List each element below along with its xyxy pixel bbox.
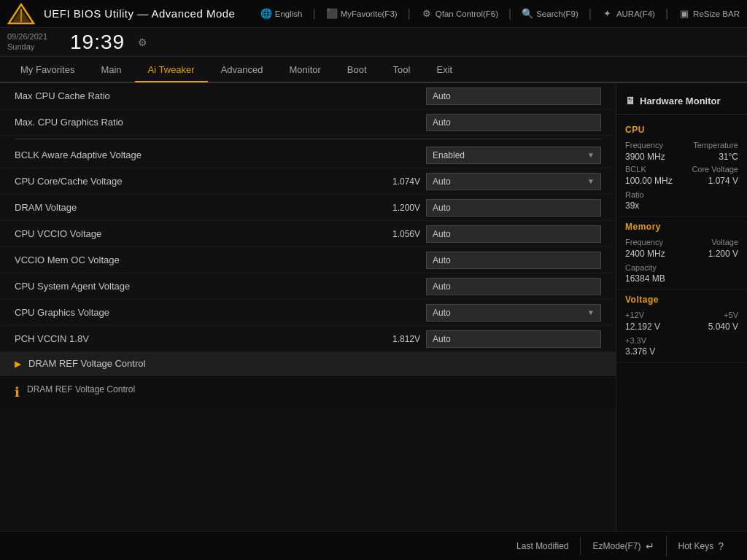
clock-display: 19:39 — [70, 31, 125, 54]
cpu-core-voltage-label: Core Voltage — [692, 165, 738, 174]
ez-mode-arrow-icon: ↵ — [646, 540, 654, 552]
cpu-graphics-voltage-dropdown[interactable]: Auto ▼ — [426, 304, 601, 322]
mem-capacity-label: Capacity — [625, 263, 657, 272]
voltage-stats: +12V +5V 12.192 V 5.040 V +3.3V 3.376 V — [616, 308, 747, 363]
max-cpu-graphics-ratio-input[interactable]: Auto — [426, 114, 601, 131]
ez-mode-btn[interactable]: EzMode(F7) ↵ — [581, 536, 666, 556]
voltage-12v-value-row: 12.192 V 5.040 V — [625, 321, 738, 332]
cpu-section-title: CPU — [616, 120, 747, 138]
navigation-bar: My Favorites Main Ai Tweaker Advanced Mo… — [0, 57, 747, 83]
pch-vccin-1-8v-control[interactable]: Auto — [426, 330, 601, 348]
mem-frequency-value-row: 2400 MHz 1.200 V — [625, 248, 738, 259]
aura-btn[interactable]: ✦ AURA(F4) — [602, 8, 655, 20]
hardware-monitor-sidebar: 🖥 Hardware Monitor CPU Frequency Tempera… — [616, 83, 747, 531]
info-text: DRAM REF Voltage Control — [27, 383, 135, 396]
max-cpu-cache-ratio-control[interactable]: Auto — [426, 88, 601, 105]
cpu-vccio-voltage-input[interactable]: Auto — [426, 225, 601, 243]
max-cpu-cache-ratio-label: Max CPU Cache Ratio — [15, 90, 426, 101]
cpu-stats: Frequency Temperature 3900 MHz 31°C BCLK… — [616, 138, 747, 217]
resize-bar-btn[interactable]: ▣ ReSize BAR — [678, 8, 740, 20]
dropdown-arrow-icon2: ▼ — [587, 177, 595, 185]
setting-cpu-core-cache-voltage: CPU Core/Cache Voltage 1.074V Auto ▼ — [0, 168, 616, 195]
vccio-mem-oc-voltage-input[interactable]: Auto — [426, 252, 601, 269]
setting-bclk-aware: BCLK Aware Adaptive Voltage Enabled ▼ — [0, 142, 616, 168]
last-modified-label: Last Modified — [516, 541, 568, 551]
favorite-icon: ⬛ — [326, 8, 338, 20]
settings-divider — [15, 139, 601, 139]
setting-max-cpu-cache-ratio: Max CPU Cache Ratio Auto — [0, 83, 616, 109]
nav-tool[interactable]: Tool — [380, 58, 424, 81]
qfan-btn[interactable]: ⚙ Qfan Control(F6) — [421, 8, 498, 20]
main-layout: Max CPU Cache Ratio Auto Max. CPU Graphi… — [0, 83, 747, 531]
voltage-33v-value: 3.376 V — [625, 346, 655, 357]
vccio-mem-oc-voltage-label: VCCIO Mem OC Voltage — [15, 254, 426, 265]
resize-icon: ▣ — [678, 8, 690, 20]
nav-main[interactable]: Main — [88, 58, 134, 81]
cpu-vccio-voltage-label: CPU VCCIO Voltage — [15, 228, 380, 239]
nav-monitor[interactable]: Monitor — [276, 58, 334, 81]
last-modified-btn[interactable]: Last Modified — [505, 537, 581, 556]
cpu-graphics-voltage-label: CPU Graphics Voltage — [15, 307, 426, 318]
cpu-bclk-value-row: 100.00 MHz 1.074 V — [625, 175, 738, 186]
header: UEFI BIOS Utility — Advanced Mode 🌐 Engl… — [0, 0, 747, 28]
cpu-system-agent-voltage-control[interactable]: Auto — [426, 278, 601, 295]
cpu-ratio-value: 39x — [625, 201, 639, 211]
voltage-5v-value: 5.040 V — [708, 322, 738, 332]
setting-vccio-mem-oc-voltage: VCCIO Mem OC Voltage Auto — [0, 247, 616, 273]
hot-keys-icon: ? — [718, 540, 724, 552]
cpu-system-agent-voltage-input[interactable]: Auto — [426, 278, 601, 295]
cpu-temperature-value: 31°C — [719, 152, 738, 162]
nav-ai-tweaker[interactable]: Ai Tweaker — [135, 58, 208, 82]
dropdown-arrow-icon3: ▼ — [587, 308, 595, 316]
cpu-ratio-label: Ratio — [625, 190, 644, 199]
footer: Last Modified EzMode(F7) ↵ Hot Keys ? — [0, 531, 747, 560]
language-selector[interactable]: 🌐 English — [260, 8, 303, 20]
separator5: | — [665, 7, 668, 20]
cpu-vccio-voltage-value: 1.056V — [380, 229, 420, 239]
cpu-core-cache-voltage-control[interactable]: Auto ▼ — [426, 173, 601, 190]
bclk-aware-dropdown[interactable]: Enabled ▼ — [426, 147, 601, 164]
hot-keys-btn[interactable]: Hot Keys ? — [667, 536, 735, 556]
nav-exit[interactable]: Exit — [423, 58, 465, 81]
aura-icon: ✦ — [602, 8, 614, 20]
max-cpu-graphics-ratio-label: Max. CPU Graphics Ratio — [15, 117, 426, 128]
monitor-icon: 🖥 — [625, 95, 635, 106]
setting-cpu-vccio-voltage: CPU VCCIO Voltage 1.056V Auto — [0, 221, 616, 247]
asus-logo — [7, 3, 35, 25]
voltage-5v-label: +5V — [724, 311, 738, 319]
setting-cpu-graphics-voltage: CPU Graphics Voltage Auto ▼ — [0, 300, 616, 326]
max-cpu-cache-ratio-input[interactable]: Auto — [426, 88, 601, 105]
cpu-frequency-value: 3900 MHz — [625, 152, 665, 162]
cpu-core-cache-voltage-dropdown[interactable]: Auto ▼ — [426, 173, 601, 190]
cpu-core-cache-voltage-value: 1.074V — [380, 176, 420, 187]
pch-vccin-1-8v-input[interactable]: Auto — [426, 330, 601, 348]
dram-voltage-input[interactable]: Auto — [426, 199, 601, 217]
nav-advanced[interactable]: Advanced — [208, 58, 276, 81]
hot-keys-label: Hot Keys — [678, 541, 714, 551]
submenu-label: DRAM REF Voltage Control — [28, 358, 145, 369]
cpu-core-cache-voltage-label: CPU Core/Cache Voltage — [15, 176, 380, 187]
cpu-vccio-voltage-control[interactable]: Auto — [426, 225, 601, 243]
cpu-graphics-voltage-control[interactable]: Auto ▼ — [426, 304, 601, 322]
dram-voltage-control[interactable]: Auto — [426, 199, 601, 217]
my-favorite-btn[interactable]: ⬛ MyFavorite(F3) — [326, 8, 398, 20]
max-cpu-graphics-ratio-control[interactable]: Auto — [426, 114, 601, 131]
vccio-mem-oc-voltage-control[interactable]: Auto — [426, 252, 601, 269]
voltage-33v-label: +3.3V — [625, 336, 646, 345]
app-title: UEFI BIOS Utility — Advanced Mode — [44, 7, 235, 20]
dram-ref-voltage-submenu[interactable]: ▶ DRAM REF Voltage Control — [0, 352, 616, 376]
hardware-monitor-title: 🖥 Hardware Monitor — [616, 90, 747, 114]
mem-frequency-row: Frequency Voltage — [625, 238, 738, 246]
voltage-section-title: Voltage — [616, 290, 747, 308]
setting-cpu-system-agent-voltage: CPU System Agent Voltage Auto — [0, 273, 616, 300]
settings-content: Max CPU Cache Ratio Auto Max. CPU Graphi… — [0, 83, 616, 531]
nav-my-favorites[interactable]: My Favorites — [7, 58, 88, 81]
search-btn[interactable]: 🔍 Search(F9) — [522, 8, 578, 20]
globe-icon: 🌐 — [260, 8, 272, 20]
clock-settings-icon[interactable]: ⚙ — [138, 36, 147, 48]
submenu-arrow-icon: ▶ — [15, 359, 21, 369]
nav-boot[interactable]: Boot — [334, 58, 380, 81]
setting-max-cpu-graphics-ratio: Max. CPU Graphics Ratio Auto — [0, 109, 616, 136]
bclk-aware-control[interactable]: Enabled ▼ — [426, 147, 601, 164]
dram-voltage-label: DRAM Voltage — [15, 202, 380, 213]
